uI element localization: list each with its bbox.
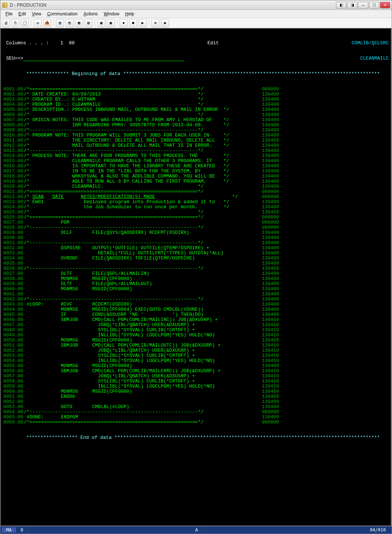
source-text[interactable]: /*======================================… (24, 215, 203, 220)
source-line[interactable]: 0055.00 MONMSG MSGID(CPF0000)130409 (3, 363, 389, 369)
source-line[interactable]: 0034.00 OVRDBF FILE(QAOSDIRX) TOFILE(QTE… (3, 256, 389, 261)
source-text[interactable]: /* CREATED BY..: E.WITHAM */ (24, 97, 203, 102)
source-text[interactable]: DCLF FILE(QSYS/QAOSDIRX) RCDFMT(OSDIRX) (24, 230, 189, 235)
source-line[interactable]: 0012.00 /* MAIL OUTBOUND & DELETE ALL MA… (3, 143, 389, 148)
source-text[interactable]: ENDDO (24, 394, 75, 399)
source-text[interactable]: PGM (24, 220, 69, 225)
sequence-number[interactable]: 0031.00 (3, 240, 24, 246)
source-line[interactable]: 0045.00 IF COND(&DXUSRP *NE ' ') THEN(DO… (3, 312, 389, 317)
source-text[interactable]: /* */ (24, 210, 203, 215)
sequence-number[interactable]: 0066.00 (3, 420, 24, 425)
sequence-number[interactable]: 0016.00 (3, 164, 24, 169)
tb-screen1-icon[interactable]: ▥ (56, 19, 64, 27)
source-text[interactable]: #LOOP: RCVF RCDFMT(OSDIRX) (24, 302, 132, 307)
source-line[interactable]: 0014.00 /* PROCESS NOTE: THERE ARE FOUR … (3, 153, 389, 158)
source-text[interactable]: /*======================================… (24, 87, 203, 92)
source-line[interactable]: 0060.00 MONMSG MSGID(CPF0000)130409 (3, 389, 389, 394)
source-line[interactable]: 0028.00 /*------------------------------… (3, 225, 389, 230)
source-line[interactable]: 0054.00 INLLIBL(*SYSVAL) LOGCLPGM(*YES) … (3, 358, 389, 363)
source-line[interactable]: 0065.00 #DONE: ENDPGM130409 (3, 415, 389, 420)
sequence-number[interactable]: 0022.00 (3, 194, 24, 199)
source-line[interactable]: 0064.00 /*------------------------------… (3, 410, 389, 415)
source-line[interactable]: 0031.00 /*------------------------------… (3, 240, 389, 246)
sequence-number[interactable]: 0007.00 (3, 117, 24, 123)
source-text[interactable]: /*--------------------------------------… (24, 410, 203, 415)
maximize-button[interactable]: ☐ (369, 2, 379, 8)
source-line[interactable]: 0019.00 /* ABLE TO RUN ALL 3 BY CALLING … (3, 179, 389, 184)
sequence-number[interactable]: 0054.00 (3, 358, 24, 363)
sequence-number[interactable]: 0055.00 (3, 363, 24, 369)
source-line[interactable]: 0018.00 /* WRKSYSVAL & ALSO THE ADDLIBLE… (3, 174, 389, 179)
source-text[interactable]: /* ABLE TO RUN ALL 3 BY CALLING THE FIRS… (24, 179, 229, 184)
sequence-number[interactable]: 0034.00 (3, 256, 24, 261)
sequence-number[interactable]: 0003.00 (3, 97, 24, 102)
source-line[interactable]: 0066.00 /*==============================… (3, 420, 389, 425)
menu-window[interactable]: Window (101, 11, 122, 17)
minimize-button[interactable]: — (358, 2, 368, 8)
source-text[interactable]: /*======================================… (24, 420, 203, 425)
source-line[interactable]: 0036.00 /*------------------------------… (3, 266, 389, 271)
source-text[interactable]: /* PROGRAM NOTE: THIS PROGRAM WILL SUBMI… (24, 133, 229, 138)
source-line[interactable]: 0038.00 MONMSG MSGID(CPF0000)130409 (3, 276, 389, 281)
menu-edit[interactable]: Edit (15, 11, 29, 17)
source-line[interactable]: 0008.00 /* IBM REGARDING PMR#: 38957B7TD… (3, 123, 389, 128)
sequence-number[interactable]: 0010.00 (3, 133, 24, 138)
tb-send-icon[interactable]: ✉ (34, 19, 42, 27)
source-line[interactable]: 0049.00 INLLIBL(*SYSVAL) LOGCLPGM(*YES) … (3, 333, 389, 338)
source-line[interactable]: 0001.00 /*==============================… (3, 87, 389, 92)
sequence-number[interactable]: 0026.00 (3, 215, 24, 220)
source-text[interactable]: INLLIBL(*SYSVAL) LOGCLPGM(*YES) HOLD(*NO… (24, 358, 215, 363)
sequence-number[interactable]: 0017.00 (3, 169, 24, 174)
source-text[interactable]: DSPDIRE OUTPUT(*OUTFILE) OUTFILE(QTEMP/D… (24, 246, 209, 251)
source-text[interactable]: /*--------------------------------------… (24, 240, 203, 246)
tb-paste-icon[interactable]: 📋 (21, 19, 29, 27)
source-text[interactable]: JOBQ(*LIBL/QBATCH) USER(&DXUSRP) + (24, 322, 195, 328)
sequence-number[interactable]: 0001.00 (3, 87, 24, 92)
sequence-number[interactable]: 0050.00 (3, 338, 24, 343)
source-line[interactable]: 0062.00 130409 (3, 399, 389, 404)
source-line[interactable]: 0013.00 /*------------------------------… (3, 148, 389, 153)
source-text[interactable]: SYSLIBL(*SYSVAL) CURLIB(*CRTDFT) + (24, 353, 195, 358)
source-text[interactable]: MONMSG MSGID(CPF0000) (24, 363, 132, 369)
source-text[interactable]: /*======================================… (24, 189, 203, 194)
source-line[interactable]: 0003.00 /* CREATED BY..: E.WITHAM */1304… (3, 97, 389, 102)
tb-macro1-icon[interactable]: ▣ (97, 19, 105, 27)
source-text[interactable]: DETAIL(*FULL) OUTFILFMT(*TYPE3) OUTDTA(*… (24, 251, 223, 256)
sequence-number[interactable]: 0058.00 (3, 379, 24, 384)
sequence-number[interactable]: 0030.00 (3, 235, 24, 240)
source-text[interactable]: SYSLIBL(*SYSVAL) CURLIB(*CRTDFT) + (24, 328, 195, 333)
source-text[interactable]: SBMJOB CMD(CALL PGM(COMLIB/MAILOUTC)) JO… (24, 343, 220, 348)
tb-screen2-icon[interactable]: ▤ (65, 19, 74, 27)
source-line[interactable]: 0050.00 MONMSG MSGID(CPF0000)130409 (3, 338, 389, 343)
sequence-number[interactable]: 0063.00 (3, 404, 24, 410)
tb-record-icon[interactable]: ● (120, 19, 128, 27)
sequence-number[interactable]: 0051.00 (3, 343, 24, 348)
menu-communication[interactable]: Communication (44, 11, 80, 17)
sequence-number[interactable]: 0057.00 (3, 374, 24, 379)
source-text[interactable]: INLLIBL(*SYSVAL) LOGCLPGM(*YES) HOLD(*NO… (24, 384, 215, 389)
source-text[interactable]: JOBQ(*LIBL/QBATCH) USER(&DXUSRP) + (24, 374, 195, 379)
sequence-number[interactable]: 0053.00 (3, 353, 24, 358)
source-line[interactable]: 0030.00 130409 (3, 235, 389, 240)
source-line[interactable]: 0026.00 /*==============================… (3, 215, 389, 220)
sequence-number[interactable]: 0005.00 (3, 107, 24, 112)
sequence-number[interactable]: 0065.00 (3, 415, 24, 420)
source-text[interactable]: MONMSG MSGID(CPF0000) (24, 276, 132, 281)
source-text[interactable]: /* PROCESS NOTE: THERE ARE FOUR PROGRAMS… (24, 153, 229, 158)
sequence-number[interactable]: 0035.00 (3, 261, 24, 266)
source-text[interactable]: MONMSG MSGID(CPF0000) (24, 389, 132, 394)
source-line[interactable]: 0020.00 /* CLEANMAILC. */130409 (3, 184, 389, 189)
source-text[interactable]: SYSLIBL(*SYSVAL) CURLIB(*CRTDFT) + (24, 379, 195, 384)
source-line[interactable]: 0015.00 /* CLEANMAILC PROGRAM CALLS THE … (3, 158, 389, 164)
source-text[interactable]: /* IBM REGARDING PMR#: 38957B7TD FROM 20… (24, 123, 229, 128)
source-text[interactable]: GOTO CMDLBL(#LOOP) (24, 404, 129, 410)
source-line[interactable]: 0048.00 SYSLIBL(*SYSVAL) CURLIB(*CRTDFT)… (3, 328, 389, 333)
close-button[interactable]: ✕ (380, 2, 390, 8)
sequence-number[interactable]: 0009.00 (3, 128, 24, 133)
source-text[interactable]: /* PROGRAM ID..: CLEANMAILC */ (24, 102, 203, 107)
source-text[interactable]: SBMJOB CMD(CALL PGM(COMLIB/MAILERRC)) JO… (24, 369, 220, 374)
sequence-number[interactable]: 0064.00 (3, 410, 24, 415)
tb-stop-icon[interactable]: ■ (129, 19, 137, 27)
source-text[interactable]: /* DATE CREATED: 04/09/2013 */ (24, 92, 203, 97)
source-text[interactable]: /* SCAN DATE NOTES/MODIFICATION(S) MADE … (24, 194, 238, 199)
